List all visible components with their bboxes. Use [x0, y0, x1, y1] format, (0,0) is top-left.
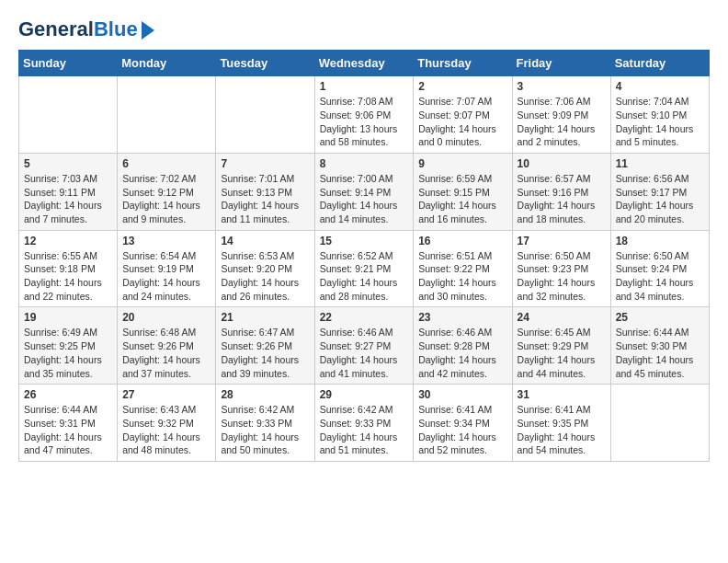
day-number: 4: [616, 80, 704, 93]
day-number: 7: [221, 157, 309, 170]
calendar-cell: 14Sunrise: 6:53 AMSunset: 9:20 PMDayligh…: [216, 230, 314, 307]
day-number: 14: [221, 235, 309, 247]
day-number: 25: [616, 311, 704, 324]
calendar-cell: [118, 76, 216, 154]
day-number: 5: [24, 157, 112, 170]
day-number: 16: [418, 235, 506, 247]
calendar-header-row: SundayMondayTuesdayWednesdayThursdayFrid…: [19, 51, 710, 76]
calendar-cell: 28Sunrise: 6:42 AMSunset: 9:33 PMDayligh…: [216, 385, 314, 462]
day-number: 6: [122, 157, 210, 170]
header-tuesday: Tuesday: [216, 51, 314, 76]
calendar-cell: [610, 385, 709, 462]
day-number: 15: [320, 235, 409, 247]
day-number: 26: [24, 388, 112, 401]
calendar-cell: 21Sunrise: 6:47 AMSunset: 9:26 PMDayligh…: [216, 307, 314, 385]
calendar-cell: 7Sunrise: 7:01 AMSunset: 9:13 PMDaylight…: [216, 153, 314, 230]
day-number: 1: [320, 80, 409, 93]
cell-info: Sunrise: 6:41 AMSunset: 9:35 PMDaylight:…: [518, 403, 606, 457]
day-number: 19: [24, 311, 112, 324]
calendar-cell: 11Sunrise: 6:56 AMSunset: 9:17 PMDayligh…: [610, 153, 709, 230]
logo-blue: Blue: [94, 17, 138, 40]
cell-info: Sunrise: 6:45 AMSunset: 9:29 PMDaylight:…: [518, 326, 606, 380]
cell-info: Sunrise: 6:52 AMSunset: 9:21 PMDaylight:…: [320, 249, 409, 304]
day-number: 21: [221, 311, 309, 324]
cell-info: Sunrise: 7:08 AMSunset: 9:06 PMDaylight:…: [320, 95, 409, 149]
cell-info: Sunrise: 6:42 AMSunset: 9:33 PMDaylight:…: [320, 403, 409, 457]
day-number: 29: [320, 388, 409, 401]
logo: GeneralBlue: [18, 18, 154, 40]
calendar-cell: 29Sunrise: 6:42 AMSunset: 9:33 PMDayligh…: [314, 385, 414, 462]
calendar-cell: 3Sunrise: 7:06 AMSunset: 9:09 PMDaylight…: [512, 76, 610, 154]
day-number: 27: [122, 388, 210, 401]
day-number: 20: [122, 311, 210, 324]
day-number: 22: [320, 311, 409, 324]
cell-info: Sunrise: 6:49 AMSunset: 9:25 PMDaylight:…: [24, 326, 112, 380]
calendar-cell: 18Sunrise: 6:50 AMSunset: 9:24 PMDayligh…: [610, 230, 709, 307]
cell-info: Sunrise: 7:00 AMSunset: 9:14 PMDaylight:…: [320, 172, 409, 226]
cell-info: Sunrise: 6:50 AMSunset: 9:23 PMDaylight:…: [518, 249, 606, 304]
calendar-cell: 23Sunrise: 6:46 AMSunset: 9:28 PMDayligh…: [414, 307, 512, 385]
header-friday: Friday: [512, 51, 610, 76]
cell-info: Sunrise: 7:01 AMSunset: 9:13 PMDaylight:…: [221, 172, 309, 226]
day-number: 10: [518, 157, 606, 170]
day-number: 17: [518, 235, 606, 247]
calendar-week-4: 19Sunrise: 6:49 AMSunset: 9:25 PMDayligh…: [19, 307, 710, 385]
header-sunday: Sunday: [19, 51, 118, 76]
cell-info: Sunrise: 6:46 AMSunset: 9:27 PMDaylight:…: [320, 326, 409, 380]
cell-info: Sunrise: 6:55 AMSunset: 9:18 PMDaylight:…: [24, 249, 112, 304]
day-number: 8: [320, 157, 409, 170]
cell-info: Sunrise: 6:44 AMSunset: 9:31 PMDaylight:…: [24, 403, 112, 457]
calendar-week-5: 26Sunrise: 6:44 AMSunset: 9:31 PMDayligh…: [19, 385, 710, 462]
calendar-cell: 19Sunrise: 6:49 AMSunset: 9:25 PMDayligh…: [19, 307, 118, 385]
calendar-cell: 6Sunrise: 7:02 AMSunset: 9:12 PMDaylight…: [118, 153, 216, 230]
calendar-cell: 15Sunrise: 6:52 AMSunset: 9:21 PMDayligh…: [314, 230, 414, 307]
cell-info: Sunrise: 6:44 AMSunset: 9:30 PMDaylight:…: [616, 326, 704, 380]
cell-info: Sunrise: 6:46 AMSunset: 9:28 PMDaylight:…: [418, 326, 506, 380]
calendar-cell: 12Sunrise: 6:55 AMSunset: 9:18 PMDayligh…: [19, 230, 118, 307]
calendar-table: SundayMondayTuesdayWednesdayThursdayFrid…: [18, 50, 710, 462]
calendar-cell: 22Sunrise: 6:46 AMSunset: 9:27 PMDayligh…: [314, 307, 414, 385]
cell-info: Sunrise: 6:41 AMSunset: 9:34 PMDaylight:…: [418, 403, 506, 457]
cell-info: Sunrise: 6:47 AMSunset: 9:26 PMDaylight:…: [221, 326, 309, 380]
calendar-week-3: 12Sunrise: 6:55 AMSunset: 9:18 PMDayligh…: [19, 230, 710, 307]
cell-info: Sunrise: 6:53 AMSunset: 9:20 PMDaylight:…: [221, 249, 309, 304]
day-number: 28: [221, 388, 309, 401]
calendar-cell: 16Sunrise: 6:51 AMSunset: 9:22 PMDayligh…: [414, 230, 512, 307]
day-number: 31: [518, 388, 606, 401]
calendar-week-1: 1Sunrise: 7:08 AMSunset: 9:06 PMDaylight…: [19, 76, 710, 154]
calendar-cell: [216, 76, 314, 154]
day-number: 12: [24, 235, 112, 247]
calendar-cell: 25Sunrise: 6:44 AMSunset: 9:30 PMDayligh…: [610, 307, 709, 385]
page-header: GeneralBlue: [18, 18, 710, 40]
calendar-cell: 8Sunrise: 7:00 AMSunset: 9:14 PMDaylight…: [314, 153, 414, 230]
calendar-cell: 20Sunrise: 6:48 AMSunset: 9:26 PMDayligh…: [118, 307, 216, 385]
calendar-cell: 4Sunrise: 7:04 AMSunset: 9:10 PMDaylight…: [610, 76, 709, 154]
calendar-cell: 9Sunrise: 6:59 AMSunset: 9:15 PMDaylight…: [414, 153, 512, 230]
cell-info: Sunrise: 7:06 AMSunset: 9:09 PMDaylight:…: [518, 95, 606, 149]
cell-info: Sunrise: 7:04 AMSunset: 9:10 PMDaylight:…: [616, 95, 704, 149]
cell-info: Sunrise: 6:43 AMSunset: 9:32 PMDaylight:…: [122, 403, 210, 457]
cell-info: Sunrise: 6:59 AMSunset: 9:15 PMDaylight:…: [418, 172, 506, 226]
cell-info: Sunrise: 6:50 AMSunset: 9:24 PMDaylight:…: [616, 249, 704, 304]
day-number: 11: [616, 157, 704, 170]
calendar-cell: 10Sunrise: 6:57 AMSunset: 9:16 PMDayligh…: [512, 153, 610, 230]
cell-info: Sunrise: 7:02 AMSunset: 9:12 PMDaylight:…: [122, 172, 210, 226]
cell-info: Sunrise: 6:56 AMSunset: 9:17 PMDaylight:…: [616, 172, 704, 226]
day-number: 18: [616, 235, 704, 247]
header-saturday: Saturday: [610, 51, 709, 76]
day-number: 2: [418, 80, 506, 93]
calendar-cell: 24Sunrise: 6:45 AMSunset: 9:29 PMDayligh…: [512, 307, 610, 385]
header-thursday: Thursday: [414, 51, 512, 76]
calendar-week-2: 5Sunrise: 7:03 AMSunset: 9:11 PMDaylight…: [19, 153, 710, 230]
calendar-cell: 2Sunrise: 7:07 AMSunset: 9:07 PMDaylight…: [414, 76, 512, 154]
calendar-cell: 13Sunrise: 6:54 AMSunset: 9:19 PMDayligh…: [118, 230, 216, 307]
day-number: 24: [518, 311, 606, 324]
day-number: 3: [518, 80, 606, 93]
calendar-cell: 31Sunrise: 6:41 AMSunset: 9:35 PMDayligh…: [512, 385, 610, 462]
header-wednesday: Wednesday: [314, 51, 414, 76]
cell-info: Sunrise: 6:48 AMSunset: 9:26 PMDaylight:…: [122, 326, 210, 380]
calendar-cell: 30Sunrise: 6:41 AMSunset: 9:34 PMDayligh…: [414, 385, 512, 462]
day-number: 13: [122, 235, 210, 247]
day-number: 30: [418, 388, 506, 401]
header-monday: Monday: [118, 51, 216, 76]
